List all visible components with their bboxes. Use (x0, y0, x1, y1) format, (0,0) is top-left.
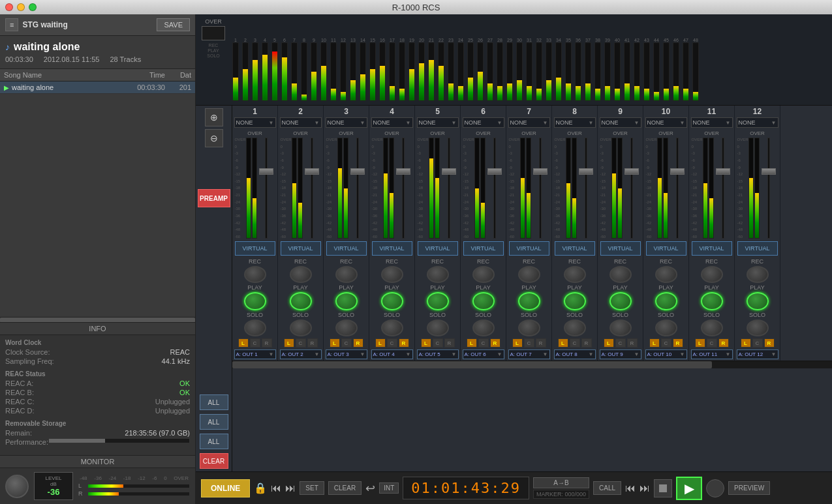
channel-assign-4[interactable]: NONE▼ (371, 117, 413, 128)
horizontal-scrollbar[interactable] (232, 361, 832, 368)
play-button-4[interactable] (381, 292, 403, 310)
lcr-r-button-4[interactable]: R (399, 338, 409, 348)
rec-button-5[interactable] (427, 266, 449, 283)
lcr-l-button-6[interactable]: L (467, 338, 477, 348)
play-button-12[interactable] (747, 292, 769, 310)
lcr-r-button-6[interactable]: R (490, 338, 501, 348)
play-button-3[interactable] (335, 292, 358, 310)
solo-button-1[interactable] (244, 319, 266, 336)
next-marker-icon[interactable]: ⏭ (639, 482, 650, 494)
virtual-button-3[interactable]: VIRTUAL (326, 241, 367, 256)
lcr-l-button-10[interactable]: L (649, 338, 660, 348)
play-button-5[interactable] (427, 292, 449, 310)
virtual-button-10[interactable]: VIRTUAL (646, 241, 686, 256)
solo-button-2[interactable] (290, 319, 312, 336)
rec-button-1[interactable] (244, 266, 266, 283)
channel-assign-6[interactable]: NONE▼ (463, 117, 504, 128)
output-select-12[interactable]: A: OUT 12▼ (737, 349, 778, 359)
solo-button-10[interactable] (655, 319, 677, 336)
virtual-button-1[interactable]: VIRTUAL (235, 241, 275, 256)
stop-button[interactable] (654, 479, 672, 497)
lcr-r-button-11[interactable]: R (718, 338, 729, 348)
solo-button-12[interactable] (747, 319, 769, 336)
rec-button-4[interactable] (381, 266, 403, 283)
play-button-9[interactable] (609, 292, 632, 310)
lcr-r-button-8[interactable]: R (581, 338, 592, 348)
rec-button-2[interactable] (290, 266, 312, 283)
fader-thumb-3[interactable] (350, 168, 365, 175)
solo-button-4[interactable] (381, 319, 403, 336)
monitor-knob[interactable] (5, 475, 29, 498)
lcr-r-button-1[interactable]: R (262, 338, 272, 348)
solo-button-7[interactable] (518, 319, 540, 336)
output-select-2[interactable]: A: OUT 2▼ (280, 349, 322, 359)
lcr-c-button-3[interactable]: C (341, 338, 352, 348)
play-button-2[interactable] (290, 292, 312, 310)
rec-button-3[interactable] (335, 266, 358, 283)
all-virtual-button[interactable]: ALL (200, 394, 228, 410)
lcr-c-button-8[interactable]: C (570, 338, 580, 348)
clear-button[interactable]: CLEAR (200, 453, 228, 469)
play-button-10[interactable] (655, 292, 677, 310)
lcr-r-button-12[interactable]: R (764, 338, 775, 348)
channel-assign-5[interactable]: NONE▼ (417, 117, 459, 128)
lcr-c-button-11[interactable]: C (707, 338, 717, 348)
fader-thumb-9[interactable] (624, 168, 639, 175)
lcr-r-button-3[interactable]: R (353, 338, 363, 348)
output-select-5[interactable]: A: OUT 5▼ (417, 349, 459, 359)
virtual-button-6[interactable]: VIRTUAL (463, 241, 504, 256)
play-button-7[interactable] (518, 292, 540, 310)
solo-button-11[interactable] (701, 319, 723, 336)
lcr-c-button-1[interactable]: C (250, 338, 260, 348)
play-button-6[interactable] (472, 292, 495, 310)
lcr-c-button-7[interactable]: C (524, 338, 534, 348)
prev-marker-icon[interactable]: ⏮ (625, 482, 636, 494)
lcr-l-button-3[interactable]: L (330, 338, 340, 348)
virtual-button-4[interactable]: VIRTUAL (372, 241, 412, 256)
solo-button-3[interactable] (335, 319, 358, 336)
rec-button-9[interactable] (609, 266, 632, 283)
fader-thumb-6[interactable] (487, 168, 502, 175)
play-button-11[interactable] (701, 292, 723, 310)
channel-assign-12[interactable]: NONE▼ (737, 117, 778, 128)
lcr-c-button-10[interactable]: C (661, 338, 671, 348)
virtual-button-5[interactable]: VIRTUAL (418, 241, 458, 256)
virtual-button-11[interactable]: VIRTUAL (692, 241, 732, 256)
lcr-l-button-7[interactable]: L (512, 338, 523, 348)
left-scrollbar[interactable] (0, 317, 195, 322)
fader-thumb-5[interactable] (442, 168, 456, 175)
lcr-r-button-9[interactable]: R (627, 338, 638, 348)
solo-button-9[interactable] (609, 319, 632, 336)
output-select-8[interactable]: A: OUT 8▼ (554, 349, 596, 359)
lcr-l-button-9[interactable]: L (604, 338, 614, 348)
maximize-button[interactable] (29, 3, 37, 11)
output-select-3[interactable]: A: OUT 3▼ (326, 349, 367, 359)
fader-thumb-7[interactable] (533, 168, 547, 175)
output-select-7[interactable]: A: OUT 7▼ (508, 349, 550, 359)
minimize-button[interactable] (17, 3, 25, 11)
lcr-r-button-5[interactable]: R (444, 338, 455, 348)
channel-assign-1[interactable]: NONE▼ (234, 117, 276, 128)
rec-button-12[interactable] (747, 266, 769, 283)
channel-assign-11[interactable]: NONE▼ (691, 117, 733, 128)
lcr-c-button-12[interactable]: C (752, 338, 763, 348)
stg-menu-button[interactable]: ≡ (5, 18, 18, 31)
skip-back-icon[interactable]: ⏮ (271, 482, 281, 494)
output-select-11[interactable]: A: OUT 11▼ (691, 349, 733, 359)
lcr-r-button-7[interactable]: R (536, 338, 546, 348)
lcr-l-button-12[interactable]: L (741, 338, 751, 348)
virtual-button-9[interactable]: VIRTUAL (600, 241, 641, 256)
output-select-4[interactable]: A: OUT 4▼ (371, 349, 413, 359)
lcr-c-button-6[interactable]: C (478, 338, 489, 348)
output-select-6[interactable]: A: OUT 6▼ (463, 349, 504, 359)
lcr-c-button-5[interactable]: C (433, 338, 443, 348)
output-select-10[interactable]: A: OUT 10▼ (645, 349, 687, 359)
save-button[interactable]: SAVE (157, 18, 190, 31)
fader-thumb-8[interactable] (579, 168, 593, 175)
play-button[interactable]: ▶ (676, 477, 702, 500)
fader-thumb-1[interactable] (259, 168, 273, 175)
song-row[interactable]: ▶ waiting alone 00:03:30 201 (0, 82, 195, 94)
scrollbar-thumb[interactable] (232, 361, 712, 368)
rec-button-8[interactable] (564, 266, 586, 283)
clear-transport-button[interactable]: CLEAR (328, 481, 362, 495)
